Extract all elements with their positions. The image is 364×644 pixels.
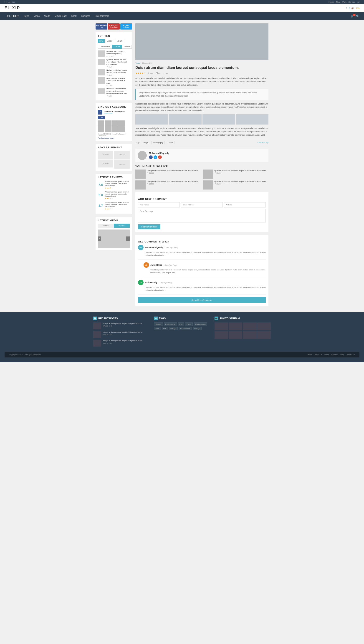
ad-block: 180×130 — [98, 160, 113, 168]
footer-tag[interactable]: New — [154, 327, 161, 330]
fb-photo — [118, 126, 125, 132]
review-stars: ★★★★★ — [105, 208, 130, 210]
author-gp-icon[interactable]: g — [158, 156, 162, 159]
top-all-link[interactable]: All — [357, 1, 359, 3]
footer-tag[interactable]: Design — [193, 327, 202, 330]
nav-sport[interactable]: Sport — [69, 12, 79, 20]
fb-social-plugin-link[interactable]: Facebook social plugin — [98, 137, 130, 139]
article-title: Duis rutrum diam diam laoreet consequat … — [135, 66, 268, 70]
footer-link-faq[interactable]: FAQ — [340, 354, 343, 356]
media-title: LATEST MEDIA — [98, 219, 130, 222]
footer-tag[interactable]: Flat — [178, 322, 184, 326]
footer-link-news[interactable]: News — [324, 354, 329, 356]
search-button[interactable]: 🔍 — [356, 14, 359, 18]
article-meta: Travel · 30 June, 2014 — [135, 62, 268, 64]
review-item: 7.5 Phasellus vitae quam sit amet mauris… — [98, 180, 130, 189]
name-input[interactable] — [138, 202, 180, 208]
subtab-viewed[interactable]: Viewed — [112, 45, 122, 49]
related-title[interactable]: Quisque dictum nisl non nunc aliquot vit… — [147, 180, 201, 183]
cart-button[interactable]: 🛒1 — [351, 14, 354, 18]
list-item: Phasellus vitae quam sit amet mauris pla… — [98, 88, 130, 97]
nav-business[interactable]: Business — [79, 12, 93, 20]
footer-tag[interactable]: Professional — [178, 327, 192, 330]
rss-icon-top[interactable]: rss — [12, 1, 15, 3]
nav-middle-east[interactable]: Middle East — [52, 12, 69, 20]
message-textarea[interactable] — [138, 209, 266, 222]
nav-world[interactable]: World — [42, 12, 52, 20]
comment-form-title: ADD NEW COMMENT — [138, 198, 266, 200]
top-contact-link[interactable]: Contact — [348, 1, 355, 3]
footer-bottom-links: Home About Us News Careers FAQ Contact U… — [308, 354, 355, 356]
subtab-shared[interactable]: Shared — [122, 45, 132, 49]
media-prev-button[interactable]: ‹ — [98, 236, 101, 241]
footer-photo — [257, 322, 271, 330]
fb-photo — [118, 120, 125, 126]
submit-comment-button[interactable]: Submit Comment — [138, 224, 160, 229]
back-to-top[interactable]: ↑ Move to Top — [257, 142, 268, 144]
footer-tag[interactable]: Fresh — [185, 322, 193, 326]
footer-tag[interactable]: Flat — [162, 327, 168, 330]
item-thumb — [98, 88, 105, 94]
tab-photos[interactable]: Photos — [114, 224, 130, 228]
top-blog-link[interactable]: Blog — [336, 1, 340, 3]
footer-tag[interactable]: Multipurpose — [194, 322, 207, 326]
footer-link-careers[interactable]: Careers — [331, 354, 338, 356]
tab-month[interactable]: MONTH — [115, 39, 125, 43]
footer-tag[interactable]: Professional — [164, 322, 177, 326]
author-fb-icon[interactable]: f — [149, 156, 153, 159]
header-tw-icon[interactable]: t — [349, 6, 350, 9]
footer-link-contact[interactable]: Contact Us — [346, 354, 355, 356]
email-input[interactable] — [181, 202, 223, 208]
media-next-button[interactable]: › — [126, 236, 130, 241]
footer-post-title[interactable]: Integer at diam gravida fringilla felit … — [103, 322, 149, 325]
comment-author: Mohamed Elgendy — [145, 246, 163, 248]
facebook-widget: LIKE US FACEBOOK f Facebook Developers J… — [96, 103, 132, 141]
top-work-link[interactable]: Work — [342, 1, 346, 3]
nav-entertainment[interactable]: Entertainment — [93, 12, 111, 20]
footer-tag[interactable]: Design — [169, 327, 178, 330]
youtube-counter[interactable]: 4,303,221 Subscriber — [108, 24, 119, 30]
footer-link-home[interactable]: Home — [308, 354, 312, 356]
review-item: 3.7 Phasellus vitae quam sit amet mauris… — [98, 201, 130, 210]
item-thumb — [98, 59, 105, 65]
comment-body: Curabitur porttitor non mi a consequat. … — [138, 251, 266, 256]
related-title[interactable]: Quisque dictum nisl non nunc aliquot vit… — [215, 170, 269, 172]
top-home-link[interactable]: Home — [328, 1, 334, 3]
nav-news[interactable]: News — [21, 12, 32, 20]
review-title: Phasellus vitae quam sit amet mauris pla… — [105, 201, 130, 208]
subtab-commented[interactable]: Commented — [98, 45, 112, 49]
shares-count: ↗ 140 — [163, 72, 168, 74]
item-title: Phasellus vitae quam sit amet mauris pla… — [106, 88, 130, 95]
tag-photography[interactable]: Photography — [151, 141, 165, 144]
tag-colors[interactable]: Colors — [166, 141, 174, 144]
tag-design[interactable]: Design — [141, 141, 150, 144]
related-title[interactable]: Quisque dictum nisl non nunc aliquot vit… — [147, 170, 201, 172]
author-social-links: f t g — [149, 156, 266, 159]
website-input[interactable] — [224, 202, 266, 208]
facebook-counter[interactable]: 99,700,000 Like — [96, 24, 107, 30]
header-rss-icon[interactable]: rss — [356, 6, 359, 9]
footer-link-about[interactable]: About Us — [315, 354, 322, 356]
gp-icon-top[interactable]: g+ — [9, 1, 11, 3]
tab-day[interactable]: DAY — [98, 39, 105, 43]
related-title[interactable]: Quisque dictum nisl non nunc aliquot vit… — [215, 180, 269, 183]
show-more-comments-button[interactable]: Show More Comments — [138, 297, 266, 303]
nav-video[interactable]: Video — [32, 12, 42, 20]
tw-icon-top[interactable]: t — [7, 1, 7, 3]
footer-tag[interactable]: Design — [154, 322, 163, 326]
comment-meta: 1 Days Ago · Reply — [159, 282, 172, 283]
tab-videos[interactable]: Videos — [98, 224, 114, 228]
footer-post-title[interactable]: Integer at diam gravida fringilla felit … — [103, 331, 149, 333]
fb-like-button[interactable]: Like — [98, 116, 105, 119]
author-tw-icon[interactable]: t — [153, 156, 157, 159]
tab-week[interactable]: WEEK — [106, 39, 114, 43]
twitter-counter[interactable]: 37,483 Followers — [120, 24, 132, 30]
footer-tags-list: Design Professional Flat Fresh Multipurp… — [154, 322, 210, 330]
header-gp-icon[interactable]: g+ — [351, 6, 354, 9]
related-posts-grid: Quisque dictum nisl non nunc aliquot vit… — [135, 170, 268, 190]
fb-icon-top[interactable]: f — [5, 1, 5, 3]
footer-post-title[interactable]: Integer at diam gravida fringilla felit … — [103, 340, 149, 342]
footer-recent-title: 📄 Recent Posts — [93, 316, 149, 320]
article-category[interactable]: Travel — [135, 62, 140, 64]
header-fb-icon[interactable]: f — [346, 6, 347, 9]
